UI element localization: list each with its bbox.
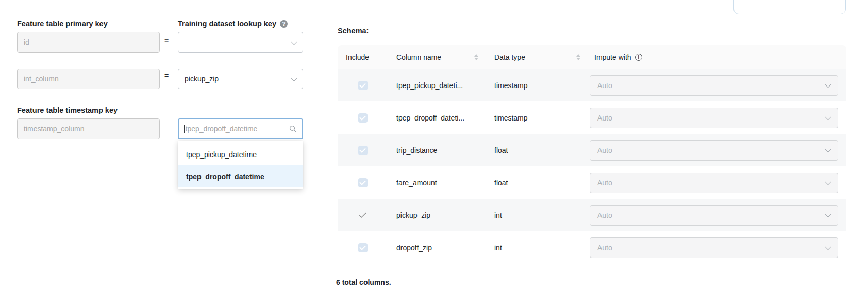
include-cell[interactable] bbox=[338, 231, 388, 264]
chevron-down-icon bbox=[825, 146, 831, 153]
sort-icon[interactable] bbox=[474, 54, 478, 60]
impute-select: Auto bbox=[590, 108, 838, 128]
table-row: trip_distance float Auto bbox=[338, 134, 846, 166]
table-row: fare_amount float Auto bbox=[338, 166, 846, 199]
include-cell[interactable] bbox=[338, 166, 388, 199]
header-impute-with: Impute with i bbox=[588, 45, 846, 69]
lookup-key-select[interactable] bbox=[178, 32, 303, 53]
header-data-type[interactable]: Data type bbox=[486, 45, 588, 69]
int-column-input: int_column bbox=[17, 69, 160, 89]
equals-sign: = bbox=[164, 36, 169, 44]
data-type-cell: float bbox=[486, 134, 588, 166]
column-name-cell: pickup_zip bbox=[388, 199, 486, 231]
chevron-down-icon bbox=[291, 38, 297, 45]
chevron-down-icon bbox=[291, 75, 297, 81]
pickup-zip-select[interactable]: pickup_zip bbox=[178, 69, 303, 89]
column-name-cell: dropoff_zip bbox=[388, 231, 486, 264]
schema-table-header: Include Column name Data type Impute wit… bbox=[338, 45, 846, 69]
impute-cell: Auto bbox=[588, 101, 846, 134]
feature-lookup-screen: Feature table primary key Training datas… bbox=[0, 0, 868, 308]
include-cell[interactable] bbox=[338, 134, 388, 166]
sort-icon[interactable] bbox=[576, 54, 580, 60]
data-type-cell: timestamp bbox=[486, 101, 588, 134]
column-name-cell: trip_distance bbox=[388, 134, 486, 166]
search-icon bbox=[289, 125, 297, 133]
checkmark-icon bbox=[359, 210, 366, 217]
impute-cell: Auto bbox=[588, 69, 846, 101]
column-name-cell: tpep_pickup_dateti... bbox=[388, 69, 486, 101]
impute-select: Auto bbox=[590, 205, 838, 226]
impute-select: Auto bbox=[590, 140, 838, 161]
primary-key-input: id bbox=[17, 32, 160, 53]
impute-select: Auto bbox=[590, 173, 838, 193]
table-row: tpep_dropoff_dateti... timestamp Auto bbox=[338, 101, 846, 134]
include-cell bbox=[338, 199, 388, 231]
column-name-cell: fare_amount bbox=[388, 166, 486, 199]
table-row: dropoff_zip int Auto bbox=[338, 231, 846, 264]
dropdown-option-dropoff-datetime[interactable]: tpep_dropoff_datetime bbox=[178, 165, 303, 187]
chevron-down-icon bbox=[825, 211, 831, 218]
checkbox-checked-icon[interactable] bbox=[358, 81, 368, 90]
checkbox-checked-icon[interactable] bbox=[358, 113, 368, 123]
top-right-partial-button[interactable] bbox=[733, 0, 846, 14]
total-columns-text: 6 total columns. bbox=[336, 278, 391, 286]
impute-select: Auto bbox=[590, 237, 838, 258]
impute-select: Auto bbox=[590, 75, 838, 96]
table-row: pickup_zip int Auto bbox=[338, 199, 846, 231]
header-column-name[interactable]: Column name bbox=[388, 45, 486, 69]
data-type-cell: float bbox=[486, 166, 588, 199]
column-name-cell: tpep_dropoff_dateti... bbox=[388, 101, 486, 134]
equals-sign: = bbox=[164, 72, 169, 80]
info-icon[interactable]: i bbox=[635, 54, 642, 61]
header-include: Include bbox=[338, 45, 388, 69]
timestamp-lookup-search-input[interactable]: tpep_dropoff_datetime bbox=[178, 118, 303, 139]
help-icon[interactable]: ? bbox=[280, 20, 288, 28]
checkbox-checked-icon[interactable] bbox=[358, 146, 368, 155]
impute-cell: Auto bbox=[588, 134, 846, 166]
checkbox-checked-icon[interactable] bbox=[358, 178, 368, 187]
impute-cell: Auto bbox=[588, 199, 846, 231]
lookup-key-label: Training dataset lookup key ? bbox=[178, 20, 288, 28]
chevron-down-icon bbox=[825, 114, 831, 121]
dropdown-option-pickup-datetime[interactable]: tpep_pickup_datetime bbox=[178, 143, 303, 165]
impute-cell: Auto bbox=[588, 166, 846, 199]
timestamp-column-input: timestamp_column bbox=[17, 118, 160, 139]
timestamp-options-dropdown: tpep_pickup_datetime tpep_dropoff_dateti… bbox=[178, 141, 303, 189]
checkbox-checked-icon[interactable] bbox=[358, 243, 368, 252]
text-caret bbox=[184, 125, 185, 133]
table-row: tpep_pickup_dateti... timestamp Auto bbox=[338, 69, 846, 101]
primary-key-label: Feature table primary key bbox=[17, 20, 108, 28]
schema-title: Schema: bbox=[338, 27, 369, 35]
include-cell[interactable] bbox=[338, 69, 388, 101]
timestamp-key-label: Feature table timestamp key bbox=[17, 106, 118, 114]
schema-table: Include Column name Data type Impute wit… bbox=[338, 45, 846, 264]
data-type-cell: int bbox=[486, 231, 588, 264]
data-type-cell: int bbox=[486, 199, 588, 231]
chevron-down-icon bbox=[825, 81, 831, 88]
chevron-down-icon bbox=[825, 244, 831, 250]
impute-cell: Auto bbox=[588, 231, 846, 264]
data-type-cell: timestamp bbox=[486, 69, 588, 101]
include-cell[interactable] bbox=[338, 101, 388, 134]
chevron-down-icon bbox=[825, 179, 831, 185]
